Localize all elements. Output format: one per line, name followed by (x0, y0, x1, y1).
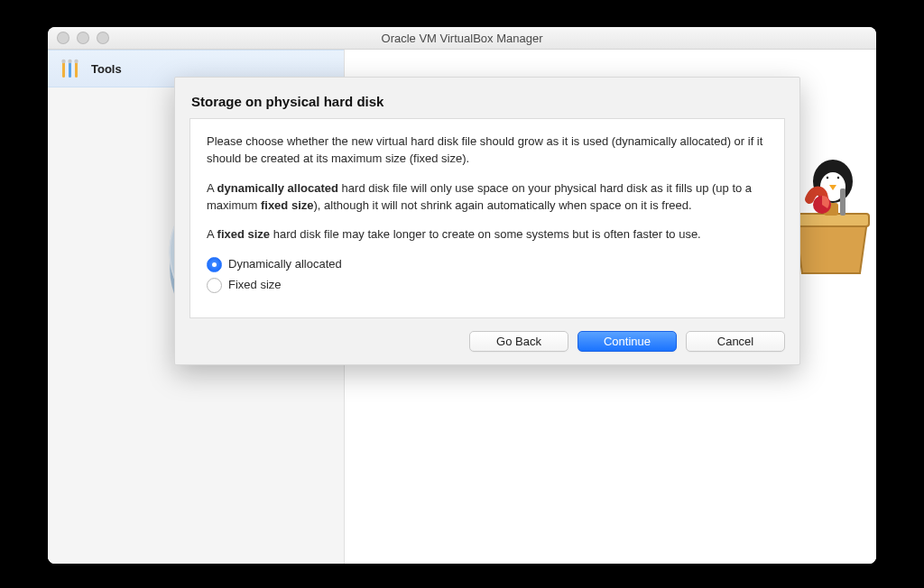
svg-point-4 (68, 60, 71, 63)
radio-icon (207, 257, 222, 272)
svg-point-11 (837, 177, 839, 179)
tools-icon (59, 57, 82, 80)
svg-rect-15 (840, 188, 845, 216)
sidebar-item-label: Tools (91, 62, 122, 76)
dialog-para-1: Please choose whether the new virtual ha… (207, 133, 768, 168)
p2-d: ), although it will not shrink again aut… (313, 198, 691, 212)
dialog-para-3: A fixed size hard disk file may take lon… (207, 226, 768, 243)
app-window: Oracle VM VirtualBox Manager Tools (48, 27, 876, 564)
minimize-dot[interactable] (77, 32, 89, 44)
dialog-para-2: A dynamically allocated hard disk file w… (207, 180, 768, 215)
p2-a: A (207, 181, 217, 195)
svg-rect-13 (793, 214, 869, 226)
traffic-lights (57, 32, 109, 44)
svg-point-10 (827, 177, 828, 179)
radio-label: Fixed size (228, 277, 282, 294)
go-back-button[interactable]: Go Back (469, 331, 568, 352)
p3-b: fixed size (217, 227, 271, 241)
zoom-dot[interactable] (97, 32, 109, 44)
dialog-buttons: Go Back Continue Cancel (189, 331, 785, 352)
dialog-body: Please choose whether the new virtual ha… (189, 118, 785, 318)
close-dot[interactable] (57, 32, 69, 44)
cancel-button[interactable]: Cancel (686, 331, 785, 352)
p3-a: A (207, 227, 217, 241)
p2-b1: dynamically allocated (217, 181, 338, 195)
window-title: Oracle VM VirtualBox Manager (48, 32, 876, 45)
p3-c: hard disk file may take longer to create… (270, 227, 701, 241)
radio-icon (207, 278, 222, 293)
svg-point-5 (74, 60, 78, 63)
titlebar: Oracle VM VirtualBox Manager (48, 27, 876, 50)
radio-fixed-size[interactable]: Fixed size (207, 277, 768, 294)
dialog-heading: Storage on physical hard disk (191, 94, 785, 109)
svg-point-3 (61, 60, 65, 63)
window-body: Tools (48, 50, 876, 564)
continue-button[interactable]: Continue (578, 331, 677, 352)
wizard-dialog: Storage on physical hard disk Please cho… (174, 77, 800, 365)
radio-dynamically-allocated[interactable]: Dynamically allocated (207, 256, 768, 273)
p2-b2: fixed size (261, 198, 314, 212)
radio-label: Dynamically allocated (228, 256, 342, 273)
